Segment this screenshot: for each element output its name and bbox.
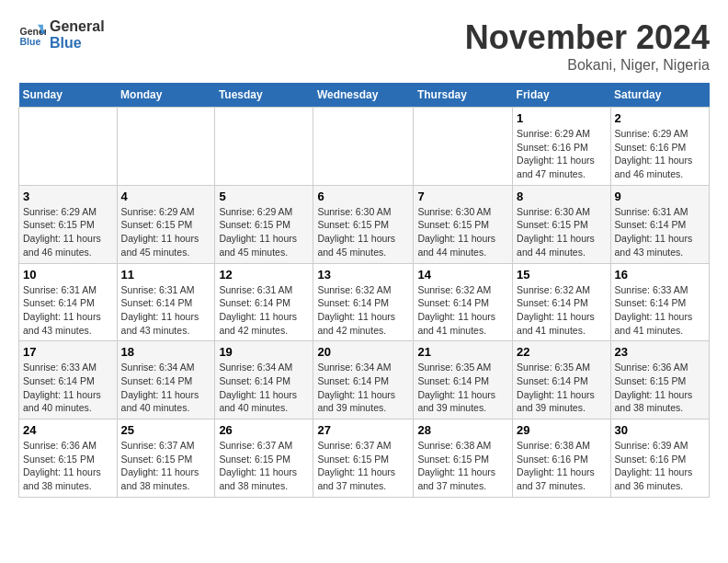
day-cell: 21Sunrise: 6:35 AM Sunset: 6:14 PM Dayli… — [414, 341, 513, 419]
day-number: 5 — [219, 190, 309, 203]
day-number: 21 — [417, 345, 508, 359]
day-number: 24 — [23, 423, 113, 437]
day-info: Sunrise: 6:30 AM Sunset: 6:15 PM Dayligh… — [317, 205, 409, 259]
day-number: 3 — [23, 190, 113, 203]
weekday-sunday: Sunday — [19, 83, 118, 108]
day-number: 27 — [317, 423, 409, 437]
weekday-wednesday: Wednesday — [313, 83, 414, 108]
title-area: November 2024 Bokani, Niger, Nigeria — [465, 18, 710, 74]
day-info: Sunrise: 6:32 AM Sunset: 6:14 PM Dayligh… — [417, 283, 508, 338]
day-number: 6 — [317, 190, 409, 203]
day-info: Sunrise: 6:31 AM Sunset: 6:14 PM Dayligh… — [615, 205, 705, 259]
day-cell: 1Sunrise: 6:29 AM Sunset: 6:16 PM Daylig… — [513, 108, 610, 186]
location-title: Bokani, Niger, Nigeria — [465, 57, 710, 74]
day-cell: 7Sunrise: 6:30 AM Sunset: 6:15 PM Daylig… — [414, 185, 513, 263]
day-info: Sunrise: 6:34 AM Sunset: 6:14 PM Dayligh… — [121, 361, 211, 415]
day-number: 16 — [615, 268, 705, 282]
day-cell: 15Sunrise: 6:32 AM Sunset: 6:14 PM Dayli… — [513, 263, 610, 341]
svg-text:Blue: Blue — [20, 35, 41, 46]
day-info: Sunrise: 6:33 AM Sunset: 6:14 PM Dayligh… — [23, 361, 113, 415]
header: General Blue General Blue November 2024 … — [18, 18, 710, 74]
day-info: Sunrise: 6:38 AM Sunset: 6:15 PM Dayligh… — [417, 439, 508, 493]
day-cell: 12Sunrise: 6:31 AM Sunset: 6:14 PM Dayli… — [215, 263, 313, 341]
day-info: Sunrise: 6:31 AM Sunset: 6:14 PM Dayligh… — [219, 283, 309, 338]
day-number: 1 — [517, 111, 606, 125]
logo-general: General — [50, 18, 105, 35]
day-cell — [215, 108, 313, 186]
week-row-5: 24Sunrise: 6:36 AM Sunset: 6:15 PM Dayli… — [19, 419, 710, 498]
month-title: November 2024 — [465, 18, 710, 57]
weekday-thursday: Thursday — [414, 83, 513, 108]
day-cell — [19, 108, 118, 186]
day-cell: 6Sunrise: 6:30 AM Sunset: 6:15 PM Daylig… — [313, 185, 414, 263]
day-number: 23 — [615, 345, 705, 359]
day-cell: 5Sunrise: 6:29 AM Sunset: 6:15 PM Daylig… — [215, 185, 313, 263]
week-row-1: 1Sunrise: 6:29 AM Sunset: 6:16 PM Daylig… — [19, 108, 710, 186]
day-cell: 28Sunrise: 6:38 AM Sunset: 6:15 PM Dayli… — [414, 419, 513, 498]
weekday-tuesday: Tuesday — [215, 83, 313, 108]
day-number: 10 — [23, 268, 113, 282]
day-number: 22 — [517, 345, 606, 359]
day-info: Sunrise: 6:29 AM Sunset: 6:15 PM Dayligh… — [23, 205, 113, 259]
day-number: 7 — [417, 190, 508, 203]
day-info: Sunrise: 6:29 AM Sunset: 6:15 PM Dayligh… — [219, 205, 309, 259]
day-number: 29 — [517, 423, 606, 437]
day-number: 20 — [317, 345, 409, 359]
day-cell: 17Sunrise: 6:33 AM Sunset: 6:14 PM Dayli… — [19, 341, 118, 419]
day-info: Sunrise: 6:34 AM Sunset: 6:14 PM Dayligh… — [219, 361, 309, 415]
weekday-header: SundayMondayTuesdayWednesdayThursdayFrid… — [19, 83, 710, 108]
day-info: Sunrise: 6:36 AM Sunset: 6:15 PM Dayligh… — [23, 439, 113, 493]
day-info: Sunrise: 6:29 AM Sunset: 6:15 PM Dayligh… — [121, 205, 211, 259]
day-number: 18 — [121, 345, 211, 359]
day-number: 4 — [121, 190, 211, 203]
logo-blue: Blue — [50, 35, 105, 52]
day-number: 30 — [615, 423, 705, 437]
day-number: 8 — [517, 190, 606, 203]
day-info: Sunrise: 6:37 AM Sunset: 6:15 PM Dayligh… — [121, 439, 211, 493]
day-info: Sunrise: 6:30 AM Sunset: 6:15 PM Dayligh… — [417, 205, 508, 259]
day-info: Sunrise: 6:30 AM Sunset: 6:15 PM Dayligh… — [517, 205, 606, 259]
day-number: 17 — [23, 345, 113, 359]
day-info: Sunrise: 6:34 AM Sunset: 6:14 PM Dayligh… — [317, 361, 409, 415]
day-cell — [414, 108, 513, 186]
week-row-3: 10Sunrise: 6:31 AM Sunset: 6:14 PM Dayli… — [19, 263, 710, 341]
weekday-monday: Monday — [117, 83, 215, 108]
day-number: 14 — [417, 268, 508, 282]
day-cell: 8Sunrise: 6:30 AM Sunset: 6:15 PM Daylig… — [513, 185, 610, 263]
day-cell: 30Sunrise: 6:39 AM Sunset: 6:16 PM Dayli… — [610, 419, 709, 498]
day-cell: 9Sunrise: 6:31 AM Sunset: 6:14 PM Daylig… — [610, 185, 709, 263]
day-number: 12 — [219, 268, 309, 282]
day-cell: 3Sunrise: 6:29 AM Sunset: 6:15 PM Daylig… — [19, 185, 118, 263]
logo-icon: General Blue — [18, 21, 46, 49]
day-info: Sunrise: 6:35 AM Sunset: 6:14 PM Dayligh… — [517, 361, 606, 415]
day-info: Sunrise: 6:39 AM Sunset: 6:16 PM Dayligh… — [615, 439, 705, 493]
day-cell: 16Sunrise: 6:33 AM Sunset: 6:14 PM Dayli… — [610, 263, 709, 341]
day-number: 11 — [121, 268, 211, 282]
day-info: Sunrise: 6:37 AM Sunset: 6:15 PM Dayligh… — [317, 439, 409, 493]
day-number: 19 — [219, 345, 309, 359]
day-cell: 26Sunrise: 6:37 AM Sunset: 6:15 PM Dayli… — [215, 419, 313, 498]
day-number: 15 — [517, 268, 606, 282]
calendar-body: 1Sunrise: 6:29 AM Sunset: 6:16 PM Daylig… — [19, 108, 710, 498]
day-info: Sunrise: 6:32 AM Sunset: 6:14 PM Dayligh… — [317, 283, 409, 338]
day-info: Sunrise: 6:33 AM Sunset: 6:14 PM Dayligh… — [615, 283, 705, 338]
day-cell: 14Sunrise: 6:32 AM Sunset: 6:14 PM Dayli… — [414, 263, 513, 341]
day-cell: 22Sunrise: 6:35 AM Sunset: 6:14 PM Dayli… — [513, 341, 610, 419]
day-cell: 27Sunrise: 6:37 AM Sunset: 6:15 PM Dayli… — [313, 419, 414, 498]
logo: General Blue General Blue — [18, 18, 105, 51]
calendar-table: SundayMondayTuesdayWednesdayThursdayFrid… — [18, 83, 710, 498]
day-info: Sunrise: 6:31 AM Sunset: 6:14 PM Dayligh… — [121, 283, 211, 338]
day-cell — [313, 108, 414, 186]
day-info: Sunrise: 6:29 AM Sunset: 6:16 PM Dayligh… — [517, 127, 606, 181]
day-info: Sunrise: 6:36 AM Sunset: 6:15 PM Dayligh… — [615, 361, 705, 415]
day-number: 25 — [121, 423, 211, 437]
day-info: Sunrise: 6:32 AM Sunset: 6:14 PM Dayligh… — [517, 283, 606, 338]
day-number: 2 — [615, 111, 705, 125]
day-cell: 19Sunrise: 6:34 AM Sunset: 6:14 PM Dayli… — [215, 341, 313, 419]
day-cell: 11Sunrise: 6:31 AM Sunset: 6:14 PM Dayli… — [117, 263, 215, 341]
day-cell: 18Sunrise: 6:34 AM Sunset: 6:14 PM Dayli… — [117, 341, 215, 419]
day-cell: 23Sunrise: 6:36 AM Sunset: 6:15 PM Dayli… — [610, 341, 709, 419]
day-info: Sunrise: 6:38 AM Sunset: 6:16 PM Dayligh… — [517, 439, 606, 493]
day-cell: 25Sunrise: 6:37 AM Sunset: 6:15 PM Dayli… — [117, 419, 215, 498]
day-cell: 20Sunrise: 6:34 AM Sunset: 6:14 PM Dayli… — [313, 341, 414, 419]
